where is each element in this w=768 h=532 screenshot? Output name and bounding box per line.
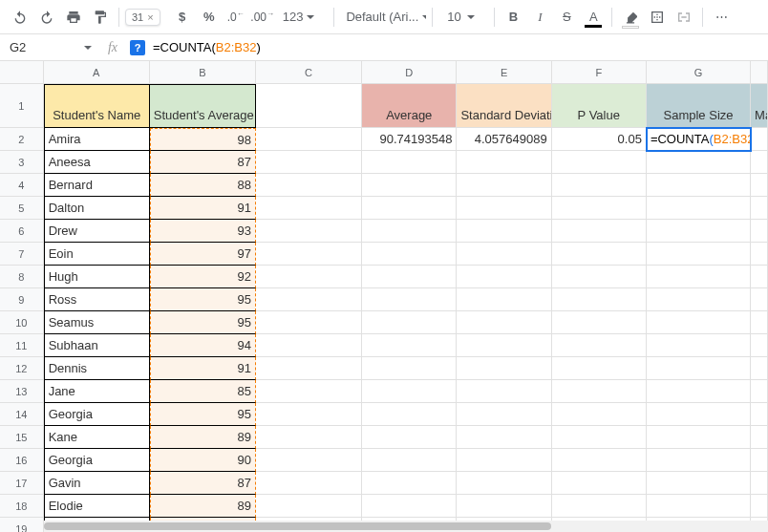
col-header-H[interactable]: [751, 61, 768, 84]
cell-B3[interactable]: 87: [150, 151, 256, 174]
cell-E3[interactable]: [457, 151, 551, 174]
cell-C1[interactable]: [256, 84, 362, 128]
cell-C18[interactable]: [256, 495, 362, 518]
cell-G5[interactable]: [647, 197, 751, 220]
cell-C9[interactable]: [256, 288, 362, 311]
cell-C5[interactable]: [256, 197, 362, 220]
row-header[interactable]: 16: [0, 449, 44, 472]
cell-B5[interactable]: 91: [150, 197, 256, 220]
zoom-chip[interactable]: 31×: [125, 9, 160, 26]
cell-B2[interactable]: 98: [150, 128, 256, 151]
cell-D8[interactable]: [362, 266, 457, 288]
cell-G9[interactable]: [647, 288, 751, 311]
cell-A10[interactable]: Seamus: [44, 311, 150, 334]
cell-H5[interactable]: [751, 197, 768, 220]
cell-G4[interactable]: [647, 174, 751, 197]
cell-F7[interactable]: [552, 243, 647, 266]
cell-G8[interactable]: [647, 266, 751, 288]
cell-G6[interactable]: [647, 220, 751, 243]
row-header[interactable]: 2: [0, 128, 44, 151]
row-header[interactable]: 8: [0, 266, 44, 288]
borders-button[interactable]: [645, 5, 670, 30]
col-header-C[interactable]: C: [256, 61, 362, 84]
scrollbar-thumb[interactable]: [44, 522, 551, 530]
cell-D3[interactable]: [362, 151, 457, 174]
row-header[interactable]: 12: [0, 357, 44, 380]
cell-F17[interactable]: [552, 472, 647, 495]
col-header-G[interactable]: G: [647, 61, 751, 84]
cell-B8[interactable]: 92: [150, 266, 256, 288]
cell-B10[interactable]: 95: [150, 311, 256, 334]
row-header[interactable]: 7: [0, 243, 44, 266]
cell-H8[interactable]: [751, 266, 768, 288]
bold-button[interactable]: B: [501, 5, 525, 30]
cell-G13[interactable]: [647, 380, 751, 403]
cell-F4[interactable]: [552, 174, 647, 197]
cell-H1[interactable]: Ma: [751, 84, 768, 128]
cell-A2[interactable]: Amira: [44, 128, 150, 151]
cell-F12[interactable]: [552, 357, 647, 380]
cell-E18[interactable]: [457, 495, 551, 518]
cell-H2[interactable]: [751, 128, 768, 151]
cell-G17[interactable]: [647, 472, 751, 495]
cell-D14[interactable]: [362, 403, 457, 426]
row-header[interactable]: 11: [0, 334, 44, 357]
cell-F15[interactable]: [552, 426, 647, 449]
cell-A7[interactable]: Eoin: [44, 243, 150, 266]
cell-C14[interactable]: [256, 403, 362, 426]
cell-H9[interactable]: [751, 288, 768, 311]
close-icon[interactable]: ×: [147, 11, 153, 23]
cell-A14[interactable]: Georgia: [44, 403, 150, 426]
cell-E4[interactable]: [457, 174, 551, 197]
cell-H7[interactable]: [751, 243, 768, 266]
cell-B4[interactable]: 88: [150, 174, 256, 197]
cell-E15[interactable]: [457, 426, 551, 449]
cell-E9[interactable]: [457, 288, 551, 311]
row-header[interactable]: 17: [0, 472, 44, 495]
row-header[interactable]: 4: [0, 174, 44, 197]
cell-C16[interactable]: [256, 449, 362, 472]
cell-D5[interactable]: [362, 197, 457, 220]
cell-A18[interactable]: Elodie: [44, 495, 150, 518]
cell-E1[interactable]: Standard Deviation: [457, 84, 551, 128]
cell-E12[interactable]: [457, 357, 551, 380]
cell-B15[interactable]: 89: [150, 426, 256, 449]
cell-G7[interactable]: [647, 243, 751, 266]
undo-button[interactable]: [8, 5, 32, 30]
cell-H3[interactable]: [751, 151, 768, 174]
cell-B17[interactable]: 87: [150, 472, 256, 495]
percent-button[interactable]: %: [197, 5, 222, 30]
print-button[interactable]: [61, 5, 86, 30]
cell-C11[interactable]: [256, 334, 362, 357]
cell-B13[interactable]: 85: [150, 380, 256, 403]
cell-D13[interactable]: [362, 380, 457, 403]
cell-B7[interactable]: 97: [150, 243, 256, 266]
more-button[interactable]: ⋯: [709, 5, 734, 30]
cell-A17[interactable]: Gavin: [44, 472, 150, 495]
formula-help-badge[interactable]: ?: [130, 40, 145, 55]
cell-H11[interactable]: [751, 334, 768, 357]
text-color-button[interactable]: A: [581, 5, 606, 30]
row-header[interactable]: 3: [0, 151, 44, 174]
cell-D9[interactable]: [362, 288, 457, 311]
currency-button[interactable]: $: [170, 5, 195, 30]
cell-E16[interactable]: [457, 449, 551, 472]
italic-button[interactable]: I: [527, 5, 552, 30]
col-header-F[interactable]: F: [552, 61, 647, 84]
cell-A3[interactable]: Aneesa: [44, 151, 150, 174]
cell-H15[interactable]: [751, 426, 768, 449]
more-formats-select[interactable]: 123: [277, 6, 329, 29]
cell-B14[interactable]: 95: [150, 403, 256, 426]
cell-D12[interactable]: [362, 357, 457, 380]
cell-C13[interactable]: [256, 380, 362, 403]
cell-B1[interactable]: Student's Average: [150, 84, 256, 128]
cell-E2[interactable]: 4.057649089: [457, 128, 551, 151]
formula-input[interactable]: =COUNTA(B2:B32): [149, 40, 768, 54]
cell-H10[interactable]: [751, 311, 768, 334]
cell-F2[interactable]: 0.05: [552, 128, 647, 151]
name-box[interactable]: G2: [0, 34, 96, 60]
select-all-corner[interactable]: [0, 61, 44, 84]
cell-E17[interactable]: [457, 472, 551, 495]
cell-E13[interactable]: [457, 380, 551, 403]
cell-H16[interactable]: [751, 449, 768, 472]
